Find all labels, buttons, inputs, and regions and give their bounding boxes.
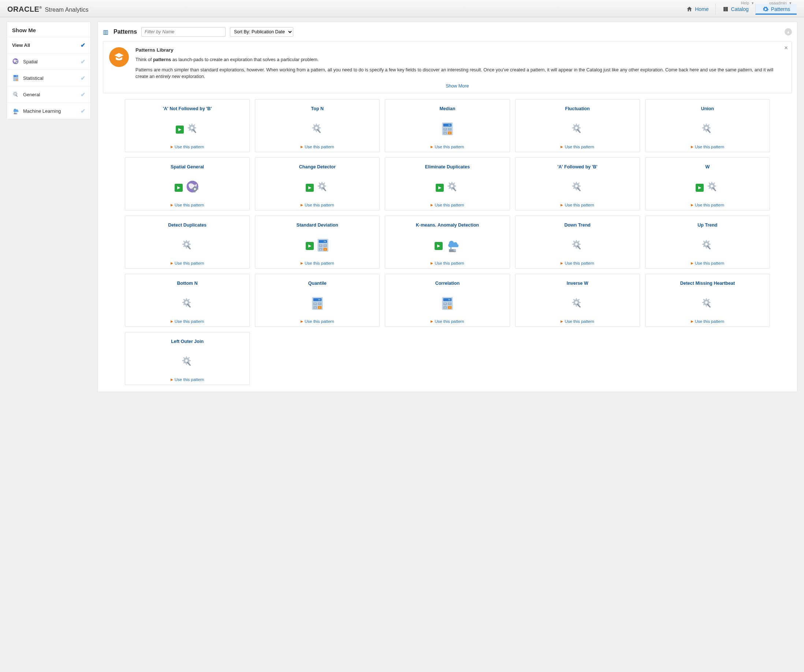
use-pattern-link[interactable]: ▶Use this pattern (691, 145, 724, 149)
use-pattern-link[interactable]: ▶Use this pattern (691, 203, 724, 207)
collapse-icon[interactable]: ▴ (784, 28, 792, 36)
check-icon: ✔ (80, 58, 85, 65)
play-icon[interactable]: ▶ (435, 242, 443, 250)
sidebar-item-statistical[interactable]: Statistical ✔ (7, 70, 90, 86)
triangle-icon: ▶ (691, 203, 693, 207)
use-pattern-link[interactable]: ▶Use this pattern (431, 261, 464, 265)
pattern-card[interactable]: Change Detector▶▶Use this pattern (255, 157, 380, 210)
pattern-card[interactable]: Left Outer Join▶Use this pattern (125, 332, 250, 385)
use-pattern-link[interactable]: ▶Use this pattern (301, 261, 334, 265)
use-pattern-link[interactable]: ▶Use this pattern (561, 145, 594, 149)
gear-icon (181, 239, 194, 253)
triangle-icon: ▶ (171, 261, 173, 265)
nav-home[interactable]: Home (680, 4, 715, 15)
card-title: Fluctuation (565, 103, 590, 114)
pattern-card[interactable]: 'A' Not Followed by 'B'▶▶Use this patter… (125, 99, 250, 152)
pattern-card[interactable]: Correlation▶Use this pattern (385, 274, 510, 327)
use-pattern-link[interactable]: ▶Use this pattern (561, 319, 594, 323)
card-icons (181, 231, 194, 261)
use-pattern-link[interactable]: ▶Use this pattern (171, 261, 204, 265)
use-pattern-link[interactable]: ▶Use this pattern (691, 319, 724, 323)
pattern-card[interactable]: W▶▶Use this pattern (645, 157, 770, 210)
banner-line2: Patterns are much simpler than standard … (136, 67, 779, 80)
pattern-card[interactable]: Top N▶Use this pattern (255, 99, 380, 152)
nav-patterns-label: Patterns (771, 6, 790, 12)
pattern-card[interactable]: Detect Duplicates▶Use this pattern (125, 215, 250, 269)
gear-icon (181, 356, 194, 369)
pattern-card[interactable]: Quantile▶Use this pattern (255, 274, 380, 327)
show-more-link[interactable]: Show More (136, 83, 779, 88)
sidebar-item-view-all[interactable]: View All ✔ (7, 38, 90, 54)
filter-input[interactable] (141, 27, 226, 37)
sidebar-item-spatial[interactable]: Spatial ✔ (7, 54, 90, 70)
book-icon (722, 6, 729, 13)
sidebar-item-general[interactable]: General ✔ (7, 86, 90, 103)
card-icons (441, 289, 454, 319)
use-pattern-link[interactable]: ▶Use this pattern (301, 319, 334, 323)
card-icons (701, 114, 714, 145)
card-title: Union (701, 103, 714, 114)
gear-icon (571, 239, 583, 253)
pattern-card[interactable]: Down Trend▶Use this pattern (515, 215, 640, 269)
pattern-card[interactable]: 'A' Followed by 'B'▶Use this pattern (515, 157, 640, 210)
use-pattern-link[interactable]: ▶Use this pattern (691, 261, 724, 265)
pattern-card[interactable]: Detect Missing Heartbeat▶Use this patter… (645, 274, 770, 327)
play-icon[interactable]: ▶ (306, 242, 314, 250)
use-pattern-link[interactable]: ▶Use this pattern (301, 145, 334, 149)
pattern-card[interactable]: Bottom N▶Use this pattern (125, 274, 250, 327)
sort-select[interactable]: Sort By: Publication Date (230, 27, 293, 37)
calc-icon (441, 122, 454, 137)
help-menu[interactable]: Help ▾ (738, 0, 756, 6)
pattern-card[interactable]: K-means. Anomaly Detection▶▶Use this pat… (385, 215, 510, 269)
use-pattern-link[interactable]: ▶Use this pattern (171, 203, 204, 207)
sidebar-item-label: General (23, 92, 40, 97)
pattern-card[interactable]: Up Trend▶Use this pattern (645, 215, 770, 269)
play-icon[interactable]: ▶ (306, 184, 314, 192)
pattern-card[interactable]: Inverse W▶Use this pattern (515, 274, 640, 327)
pattern-card[interactable]: Fluctuation▶Use this pattern (515, 99, 640, 152)
triangle-icon: ▶ (431, 203, 433, 207)
play-icon[interactable]: ▶ (176, 126, 184, 134)
triangle-icon: ▶ (561, 203, 563, 207)
user-menu[interactable]: osaadmin ▾ (766, 0, 793, 6)
triangle-icon: ▶ (431, 320, 433, 323)
triangle-icon: ▶ (431, 145, 433, 148)
pattern-card[interactable]: Median▶Use this pattern (385, 99, 510, 152)
use-pattern-link[interactable]: ▶Use this pattern (431, 145, 464, 149)
use-pattern-link[interactable]: ▶Use this pattern (431, 203, 464, 207)
sidebar-item-machine-learning[interactable]: Machine Learning ✔ (7, 103, 90, 119)
pattern-card[interactable]: Standard Deviation▶▶Use this pattern (255, 215, 380, 269)
card-icons (571, 289, 583, 319)
use-pattern-link[interactable]: ▶Use this pattern (431, 319, 464, 323)
pattern-card[interactable]: Union▶Use this pattern (645, 99, 770, 152)
card-title: K-means. Anomaly Detection (416, 220, 479, 231)
triangle-icon: ▶ (171, 320, 173, 323)
use-pattern-link[interactable]: ▶Use this pattern (301, 203, 334, 207)
home-icon (686, 6, 693, 13)
use-pattern-link[interactable]: ▶Use this pattern (171, 319, 204, 323)
sidebar: Show Me View All ✔ Spatial ✔ Statistical… (7, 21, 91, 119)
check-icon: ✔ (80, 91, 85, 98)
gear-icon (571, 297, 583, 311)
play-icon[interactable]: ▶ (696, 184, 704, 192)
use-pattern-link[interactable]: ▶Use this pattern (561, 203, 594, 207)
card-title: Left Outer Join (171, 336, 204, 347)
pattern-card[interactable]: Spatial General▶▶Use this pattern (125, 157, 250, 210)
use-pattern-link[interactable]: ▶Use this pattern (561, 261, 594, 265)
close-icon[interactable]: × (784, 44, 788, 52)
triangle-icon: ▶ (561, 145, 563, 148)
play-icon[interactable]: ▶ (175, 184, 183, 192)
card-icons (181, 347, 194, 377)
toolbar: ▥ Patterns Sort By: Publication Date ▴ (103, 27, 792, 37)
gear-icon (701, 239, 714, 253)
play-icon[interactable]: ▶ (436, 184, 444, 192)
pattern-card[interactable]: Eliminate Duplicates▶▶Use this pattern (385, 157, 510, 210)
ml-icon (12, 107, 20, 114)
use-pattern-link[interactable]: ▶Use this pattern (171, 145, 204, 149)
triangle-icon: ▶ (171, 378, 173, 382)
gear-icon (181, 297, 194, 311)
use-pattern-link[interactable]: ▶Use this pattern (171, 377, 204, 382)
triangle-icon: ▶ (691, 145, 693, 148)
card-icons (701, 289, 714, 319)
sidebar-item-label: Spatial (23, 59, 38, 64)
